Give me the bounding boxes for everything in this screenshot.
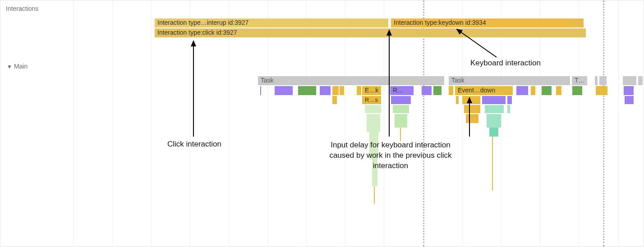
flame-entry[interactable]: R…s [362, 96, 381, 104]
performance-panel-viewport: Interactions ▼ Main Interaction type…int… [0, 0, 644, 247]
flame-entry[interactable] [433, 86, 442, 95]
flame-entry[interactable] [625, 96, 634, 104]
flame-stack[interactable] [492, 137, 493, 164]
marker-line [603, 0, 604, 247]
flame-entry[interactable] [556, 86, 561, 95]
track-label-main[interactable]: Main [14, 63, 28, 70]
flame-entry[interactable] [531, 86, 535, 95]
flame-entry[interactable] [340, 86, 344, 95]
flame-entry[interactable] [507, 96, 512, 104]
flame-entry[interactable] [462, 96, 480, 104]
task-bar[interactable]: Task [258, 76, 444, 85]
interaction-keydown-tail[interactable] [569, 18, 584, 27]
interaction-keydown[interactable]: Interaction type:keydown id:3934 [391, 18, 569, 27]
flame-entry[interactable] [422, 86, 432, 95]
task-bar[interactable]: T… [572, 76, 587, 85]
flame-entry[interactable] [365, 105, 381, 113]
flame-entry[interactable] [507, 105, 510, 113]
flame-stack[interactable] [400, 128, 401, 141]
flame-entry[interactable] [449, 86, 453, 95]
annotation-click-interaction: Click interaction [149, 139, 239, 150]
flame-entry[interactable] [332, 96, 337, 104]
interaction-click[interactable]: Interaction type:click id:3927 [155, 28, 586, 37]
task-sliver[interactable] [599, 76, 607, 85]
flame-entry[interactable] [298, 86, 316, 95]
flame-entry[interactable] [464, 105, 480, 113]
flame-entry[interactable] [260, 86, 261, 95]
flame-entry[interactable] [516, 86, 528, 95]
flame-entry[interactable] [393, 105, 409, 113]
flame-entry[interactable]: E…k [362, 86, 381, 95]
flame-entry[interactable]: R… [390, 86, 414, 95]
flame-entry[interactable] [391, 96, 411, 104]
flame-entry[interactable] [332, 86, 339, 95]
flame-entry[interactable] [357, 86, 361, 95]
gridline [112, 0, 113, 247]
task-sliver[interactable] [595, 76, 598, 85]
gridline [73, 0, 74, 247]
track-label-interactions[interactable]: Interactions [6, 5, 38, 12]
flame-stack[interactable] [487, 114, 501, 128]
flame-stack[interactable] [367, 114, 380, 132]
gridline [151, 0, 152, 247]
flame-stack[interactable] [395, 114, 407, 128]
interaction-pointerup[interactable]: Interaction type…interup id:3927 [155, 18, 388, 27]
flame-stack[interactable] [489, 128, 498, 137]
annotation-input-delay: Input delay for keyboard interaction cau… [325, 140, 456, 171]
flame-entry[interactable] [482, 96, 506, 104]
annotation-arrows [0, 0, 644, 247]
flame-stack[interactable] [492, 164, 493, 191]
disclosure-triangle-icon[interactable]: ▼ [7, 64, 12, 70]
flame-entry[interactable] [275, 86, 293, 95]
flame-stack[interactable] [466, 114, 478, 123]
flame-entry[interactable]: Event…down [455, 86, 513, 95]
annotation-keyboard-interaction: Keyboard interaction [456, 58, 555, 69]
flame-entry[interactable] [542, 86, 552, 95]
gridline [618, 0, 619, 247]
flame-stack[interactable] [374, 186, 375, 204]
task-sliver[interactable] [623, 76, 636, 85]
flame-entry[interactable] [624, 86, 634, 95]
task-bar[interactable]: Task [449, 76, 570, 85]
flame-entry[interactable] [485, 105, 504, 113]
flame-entry[interactable] [596, 86, 607, 95]
flame-entry[interactable] [320, 86, 331, 95]
task-sliver[interactable] [638, 76, 643, 85]
flame-entry[interactable] [456, 96, 459, 104]
flame-entry[interactable] [572, 86, 582, 95]
